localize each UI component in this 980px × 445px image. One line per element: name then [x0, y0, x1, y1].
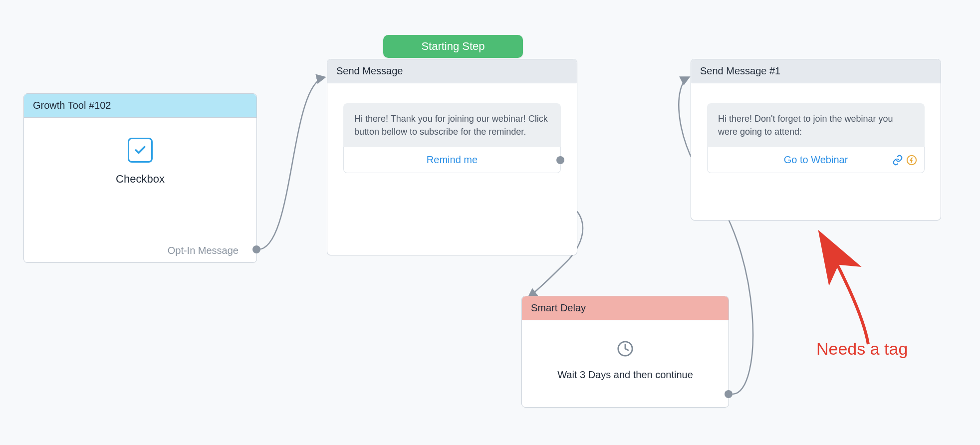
- node-send-message-1[interactable]: Send Message #1 Hi there! Don't forget t…: [691, 59, 941, 221]
- node-send-message[interactable]: Send Message Hi there! Thank you for joi…: [327, 59, 577, 255]
- starting-step-badge: Starting Step: [383, 35, 523, 58]
- button-label: Go to Webinar: [784, 154, 848, 165]
- annotation-needs-tag: Needs a tag: [816, 339, 908, 359]
- message-bubble: Hi there! Thank you for joining our webi…: [343, 103, 561, 147]
- node-title: Send Message: [336, 65, 403, 76]
- node-body: Hi there! Don't forget to join the webin…: [691, 83, 941, 193]
- node-title: Growth Tool #102: [33, 100, 111, 111]
- connection-port[interactable]: [252, 245, 260, 253]
- annotation-label: Needs a tag: [816, 339, 908, 358]
- node-title: Smart Delay: [531, 302, 586, 313]
- growth-type-label: Checkbox: [116, 173, 165, 186]
- go-to-webinar-button[interactable]: Go to Webinar: [707, 147, 925, 173]
- connection-port[interactable]: [556, 156, 564, 164]
- node-title: Send Message #1: [700, 65, 780, 76]
- node-header: Send Message #1: [691, 59, 941, 83]
- node-body: Wait 3 Days and then continue: [522, 320, 729, 401]
- remind-me-button[interactable]: Remind me: [343, 147, 561, 173]
- connection-port[interactable]: [725, 390, 733, 398]
- node-body: Checkbox: [24, 118, 256, 216]
- zap-icon: [906, 155, 917, 166]
- clock-icon: [617, 340, 634, 359]
- opt-in-label: Opt-In Message: [168, 245, 239, 256]
- link-icon: [892, 155, 903, 166]
- node-smart-delay[interactable]: Smart Delay Wait 3 Days and then continu…: [521, 296, 729, 408]
- node-header: Send Message: [327, 59, 577, 83]
- node-growth-tool[interactable]: Growth Tool #102 Checkbox Opt-In Message: [23, 93, 257, 263]
- starting-step-label: Starting Step: [421, 40, 485, 52]
- node-header: Smart Delay: [522, 296, 729, 320]
- flow-canvas[interactable]: Starting Step Growth Tool #102 Checkbox …: [0, 0, 980, 445]
- node-header: Growth Tool #102: [24, 94, 256, 118]
- button-icons: [892, 155, 917, 166]
- checkbox-icon: [128, 138, 153, 163]
- delay-text: Wait 3 Days and then continue: [557, 369, 693, 381]
- node-body: Hi there! Thank you for joining our webi…: [327, 83, 577, 193]
- message-bubble: Hi there! Don't forget to join the webin…: [707, 103, 925, 147]
- button-label: Remind me: [427, 154, 478, 165]
